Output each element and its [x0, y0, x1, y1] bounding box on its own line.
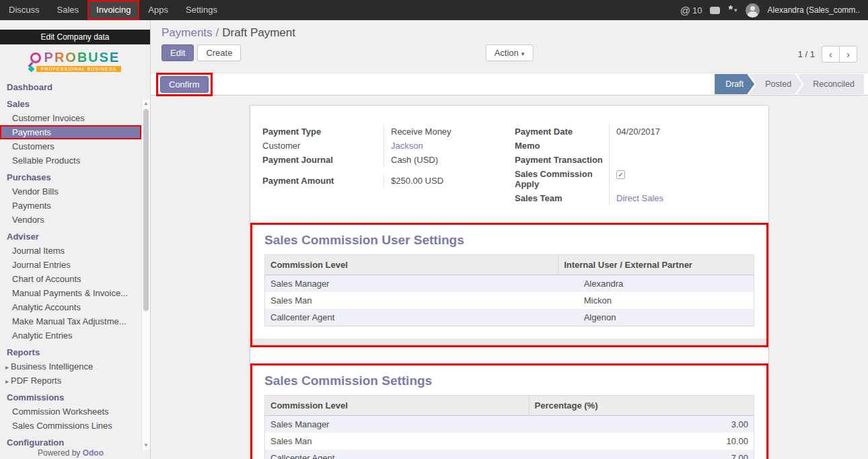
- commission-settings-title: Sales Commission Settings: [264, 374, 754, 388]
- sidebar-scrollbar[interactable]: ▲ ▼: [141, 100, 150, 450]
- sidebar-item-vendor-payments[interactable]: Payments: [0, 199, 141, 213]
- sidebar-item-analytic-accounts[interactable]: Analytic Accounts: [0, 300, 141, 314]
- main-menu: Discuss Sales Invoicing Apps Settings: [0, 0, 226, 20]
- cell-level: Callcenter Agent: [265, 450, 530, 459]
- sidebar-menu: Dashboard Sales Customer Invoices Paymen…: [0, 76, 141, 450]
- cell-level: Sales Manager: [265, 275, 558, 293]
- status-steps: Draft Posted Reconciled: [715, 74, 864, 94]
- scroll-down-icon[interactable]: ▼: [142, 442, 150, 450]
- table-row[interactable]: Sales Man Mickon: [265, 292, 754, 309]
- debug-icon: *: [728, 7, 733, 13]
- field-label-sales-commission-apply: Sales Commission Apply: [515, 167, 609, 191]
- caret-down-icon: ▾: [521, 50, 525, 57]
- menu-discuss[interactable]: Discuss: [0, 0, 48, 20]
- sales-commission-apply-checkbox[interactable]: ✓: [616, 170, 625, 179]
- main-panel: Payments/Draft Payment Edit Create Actio…: [151, 20, 868, 459]
- cell-percentage: 10.00: [529, 433, 754, 450]
- sidebar-item-sales-commissions-lines[interactable]: Sales Commissions Lines: [0, 419, 141, 433]
- sidebar-item-vendor-bills[interactable]: Vendor Bills: [0, 184, 141, 199]
- sidebar-item-journal-items[interactable]: Journal Items: [0, 244, 141, 258]
- field-value-payment-transaction: [609, 153, 756, 167]
- sidebar-section-adviser: Adviser: [0, 227, 141, 244]
- sidebar-item-pdf-reports[interactable]: ▸PDF Reports: [0, 374, 141, 388]
- sidebar-item-analytic-entries[interactable]: Analytic Entries: [0, 328, 141, 343]
- cell-percentage: 3.00: [529, 416, 754, 433]
- content-area: Payment Type Receive Money Customer Jack…: [151, 96, 868, 459]
- breadcrumb-separator: /: [216, 26, 219, 39]
- action-dropdown[interactable]: Action▾: [486, 44, 534, 61]
- table-row[interactable]: Callcenter Agent Algenon: [265, 309, 754, 326]
- breadcrumb-payments-link[interactable]: Payments: [161, 26, 213, 39]
- sidebar-item-customers[interactable]: Customers: [0, 139, 141, 153]
- field-label-customer: Customer: [262, 139, 384, 153]
- expand-arrow-icon: ▸: [5, 363, 9, 371]
- sidebar-item-manual-payments[interactable]: Manual Payments & Invoice...: [0, 286, 141, 300]
- scroll-up-icon[interactable]: ▲: [142, 100, 150, 108]
- odoo-brand-link[interactable]: Odoo: [83, 448, 104, 458]
- field-value-customer-link[interactable]: Jackson: [384, 139, 504, 153]
- sidebar-item-vendors[interactable]: Vendors: [0, 213, 141, 227]
- breadcrumb-current: Draft Payment: [222, 26, 295, 39]
- sidebar-item-commission-worksheets[interactable]: Commission Worksheets: [0, 404, 141, 419]
- column-header-internal-user[interactable]: Internal User / External Partner: [558, 255, 754, 275]
- field-value-memo: [609, 139, 756, 153]
- field-label-memo: Memo: [515, 139, 609, 153]
- user-settings-table: Commission Level Internal User / Externa…: [264, 254, 754, 326]
- chat-icon[interactable]: [710, 7, 720, 14]
- sidebar: Edit Company data PROBUSE PROFESSIONAL B…: [0, 20, 151, 459]
- probuse-logo: PROBUSE PROFESSIONAL BUSINESS: [0, 44, 150, 76]
- menu-sales[interactable]: Sales: [48, 0, 88, 20]
- action-label: Action: [495, 48, 519, 58]
- table-row[interactable]: Sales Manager 3.00: [265, 416, 754, 433]
- sidebar-section-configuration: Configuration: [0, 433, 141, 450]
- cell-user: Mickon: [558, 292, 754, 309]
- confirm-button[interactable]: Confirm: [160, 76, 209, 93]
- table-row[interactable]: Callcenter Agent 7.00: [265, 450, 754, 459]
- cell-level: Sales Man: [265, 292, 558, 309]
- menu-settings[interactable]: Settings: [177, 0, 226, 20]
- sidebar-item-business-intelligence[interactable]: ▸Business Intelligence: [0, 359, 141, 374]
- user-settings-section: Sales Commission User Settings Commissio…: [252, 225, 766, 345]
- pager-next-button[interactable]: ›: [839, 46, 857, 63]
- field-value-sales-team-link[interactable]: Direct Sales: [609, 191, 756, 205]
- mention-icon: @: [680, 5, 690, 16]
- avatar[interactable]: [746, 3, 760, 17]
- payment-form: Payment Type Receive Money Customer Jack…: [250, 125, 768, 205]
- column-header-percentage[interactable]: Percentage (%): [529, 396, 754, 416]
- status-step-draft[interactable]: Draft: [715, 74, 754, 94]
- scrollbar-thumb[interactable]: [143, 109, 149, 311]
- sidebar-section-purchases: Purchases: [0, 168, 141, 184]
- sidebar-item-chart-of-accounts[interactable]: Chart of Accounts: [0, 272, 141, 286]
- column-header-commission-level[interactable]: Commission Level: [265, 255, 558, 275]
- expand-arrow-icon: ▸: [5, 378, 9, 385]
- sidebar-item-journal-entries[interactable]: Journal Entries: [0, 258, 141, 272]
- menu-invoicing[interactable]: Invoicing: [87, 0, 139, 20]
- commission-settings-section: Sales Commission Settings Commission Lev…: [252, 365, 766, 459]
- status-step-posted[interactable]: Posted: [749, 74, 802, 94]
- user-menu[interactable]: Alexandra (Sales_comm..: [768, 5, 860, 15]
- pager: 1 / 1 ‹ ›: [798, 46, 857, 63]
- logo-subtitle: PROFESSIONAL BUSINESS: [36, 66, 122, 72]
- edit-button[interactable]: Edit: [161, 44, 194, 61]
- status-step-reconciled[interactable]: Reconciled: [797, 74, 864, 94]
- menu-apps[interactable]: Apps: [139, 0, 177, 20]
- field-label-payment-date: Payment Date: [515, 125, 609, 139]
- cell-percentage: 7.00: [529, 450, 754, 459]
- table-row[interactable]: Sales Manager Alexandra: [265, 275, 754, 293]
- sidebar-item-customer-invoices[interactable]: Customer Invoices: [0, 111, 141, 125]
- sidebar-item-payments[interactable]: Payments: [0, 125, 141, 139]
- user-settings-title: Sales Commission User Settings: [264, 233, 754, 248]
- field-value-payment-type: Receive Money: [384, 125, 504, 139]
- table-row[interactable]: Sales Man 10.00: [265, 433, 754, 450]
- sidebar-item-sellable-products[interactable]: Sellable Products: [0, 153, 141, 168]
- pager-previous-button[interactable]: ‹: [822, 46, 840, 63]
- sidebar-item-dashboard[interactable]: Dashboard: [0, 77, 141, 94]
- cell-level: Sales Manager: [265, 416, 530, 433]
- mentions-counter[interactable]: @ 10: [680, 5, 702, 16]
- sidebar-item-tax-adjustments[interactable]: Make Manual Tax Adjustme...: [0, 314, 141, 328]
- debug-menu[interactable]: * ▾: [728, 7, 737, 13]
- confirm-annotation-box: Confirm: [156, 73, 213, 96]
- create-button[interactable]: Create: [197, 44, 241, 61]
- column-header-commission-level[interactable]: Commission Level: [265, 396, 530, 416]
- edit-company-button[interactable]: Edit Company data: [0, 30, 150, 44]
